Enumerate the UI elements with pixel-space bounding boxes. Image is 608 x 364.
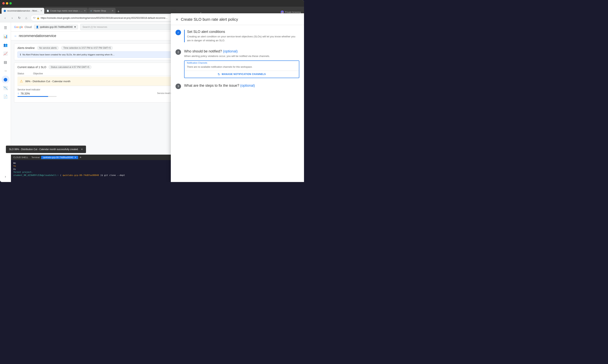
tab-create-logs[interactable]: 📄 Create logs metric next steps – … ✕ [45,8,88,14]
tab-bar: 🔵 recommendationservice – Moni… ✕ 📄 Crea… [0,7,304,14]
title-bar [0,0,304,7]
toast-message: SLO 99% - Distribution Cut - Calendar mo… [9,148,79,151]
sidebar-monitoring-icon[interactable]: ⬤ [1,76,9,83]
sidebar-document-icon[interactable]: 📄 [1,93,9,101]
project-name: qwiklabs-gcp-00-74d8fea90040 [40,26,73,28]
forward-button[interactable]: › [9,15,15,21]
breadcrumb-title: recommendationservice [19,34,56,38]
no-channels-text: There are no available notification chan… [187,65,253,68]
terminal-label: Terminal [31,156,40,158]
alerts-title: Alerts timeline [17,46,35,50]
sidebar-dashboard-icon[interactable]: 📊 [1,32,9,40]
step-2-title: Who should be notified? (optional) [184,49,299,53]
sli-progress-bar [17,96,57,97]
close-button[interactable] [2,2,5,4]
nc-content: There are no available notification chan… [185,64,299,71]
tab-favicon-2: 📄 [47,10,49,12]
tab-hipster-shop[interactable]: 🛒 Hipster Shop ✕ [88,8,116,14]
cloud-shell-label: CLOUD SHELL [13,156,28,158]
step-2-number: 2 [176,49,181,55]
step-1-desc: Creating an alert condition on your serv… [187,35,299,42]
new-tab-button[interactable]: + [116,10,121,14]
refresh-channels-icon[interactable]: ↻ [218,72,220,76]
sli-progress-fill [17,96,48,97]
gc-logo: Google Cloud [14,26,32,28]
breadcrumb-back-button[interactable]: ← [14,34,17,38]
dialog-close-button[interactable]: ✕ [176,17,178,22]
search-bar[interactable]: Search (/) for resources [80,24,178,30]
sidebar-navigation: ☰ 📊 👥 📈 ▤ → ⬤ 📉 📄 › [0,22,11,182]
sidebar-chart-icon[interactable]: 📈 [1,50,9,58]
cloud-shell-tab[interactable]: qwiklabs-gcp-00-74d8fea90040 ✕ [41,156,78,159]
step-1-number: ✓ [176,30,181,35]
step-2-content: Who should be notified? (optional) When … [184,49,299,78]
info-icon: ℹ [20,53,21,56]
sidebar-expand-icon[interactable]: › [1,173,9,181]
back-button[interactable]: ‹ [2,15,8,21]
sidebar-menu-icon[interactable]: ☰ [1,24,9,32]
private-browsing-label: Private browsing [285,11,301,13]
warning-icon: ⚠ [20,79,23,83]
slo-row-name: 99% - Distribution Cut - Calendar month [25,80,70,83]
no-alerts-badge: No service alerts [37,46,59,50]
project-selector[interactable]: 👤 qwiklabs-gcp-00-74d8fea90040 ▼ [34,25,78,29]
project-icon: 👤 [36,26,39,28]
step-3-number: 3 [176,84,181,89]
dialog-header: ✕ Create SLO burn rate alert policy [171,13,304,25]
step-3: 3 What are the steps to fix the issue? (… [176,84,299,89]
minimize-button[interactable] [6,2,8,4]
slo-section-title: Current status of 1 SLO [17,65,46,69]
step-3-optional: (optional) [240,84,255,88]
create-slo-dialog: ✕ Create SLO burn rate alert policy ✓ Se… [171,13,304,182]
cloud-shell-tab-close[interactable]: ✕ [74,156,76,159]
notification-channels-box: Notification Channels There are no avail… [184,61,299,78]
nc-label: Notification Channels [185,61,299,64]
shield-icon: 🛡 [33,17,35,19]
search-placeholder: Search (/) for resources [82,26,107,28]
add-terminal-button[interactable]: + [80,156,81,159]
google-logo: Google [14,26,23,28]
refresh-button[interactable]: ↻ [16,15,22,21]
tab-favicon-1: 🔵 [3,10,6,12]
cloud-shell-tab-label: qwiklabs-gcp-00-74d8fea90040 [43,156,73,158]
slo-status-badge: Status calculated at 4:57 PM GMT+5 [49,65,91,69]
step-3-title: What are the steps to fix the issue? (op… [184,84,299,88]
sidebar-bar-chart-icon[interactable]: 📉 [1,84,9,92]
sli-trend-icon: ↑ [17,92,19,95]
tab-close-2[interactable]: ✕ [84,9,86,12]
home-button[interactable]: ⌂ [24,15,29,21]
sli-label: Service level indicator [17,88,152,91]
step-2-optional: (optional) [223,49,238,53]
tab-label-2: Create logs metric next steps – … [50,10,83,12]
sli-value: 78.33% [21,92,30,95]
sidebar-people-icon[interactable]: 👥 [1,41,9,49]
col-header-status: Status [17,72,33,75]
step-2: 2 Who should be notified? (optional) Whe… [176,49,299,78]
traffic-lights [2,2,12,4]
tab-label-3: Hipster Shop [94,10,106,12]
manage-notification-channels-button[interactable]: MANAGE NOTIFICATION CHANNELS [222,73,266,76]
step-1-title: Set SLO alert conditions [187,30,299,34]
project-dropdown-icon: ▼ [74,26,76,28]
tab-favicon-3: 🛒 [90,10,93,12]
toast-close-button[interactable]: ✕ [81,148,83,151]
tab-close-1[interactable]: ✕ [40,9,42,12]
time-selection-badge: Time selection is 3:57 PM to 4:57 PM GMT… [61,46,113,50]
step-1-content: Set SLO alert conditions Creating an ale… [184,30,299,44]
step-2-desc: When alerting policy violations occur, y… [184,54,299,58]
maximize-button[interactable] [9,2,12,4]
dialog-body: ✓ Set SLO alert conditions Creating an a… [171,25,304,182]
sidebar-routing-icon[interactable]: → [1,67,9,75]
dialog-title: Create SLO burn rate alert policy [181,17,238,22]
step-1: ✓ Set SLO alert conditions Creating an a… [176,30,299,44]
toast-notification: SLO 99% - Distribution Cut - Calendar mo… [6,146,86,153]
lock-icon: 🔒 [37,17,40,19]
tab-label-1: recommendationservice – Moni… [7,10,39,12]
sidebar-table-icon[interactable]: ▤ [1,58,9,66]
tab-recommendationservice[interactable]: 🔵 recommendationservice – Moni… ✕ [1,8,44,14]
tab-close-3[interactable]: ✕ [112,9,114,12]
no-alerts-text: No Alert Policies have been created for … [23,53,115,56]
cloud-label: Cloud [25,26,32,28]
nc-footer: ↻ MANAGE NOTIFICATION CHANNELS [185,71,299,78]
step-3-content: What are the steps to fix the issue? (op… [184,84,299,89]
